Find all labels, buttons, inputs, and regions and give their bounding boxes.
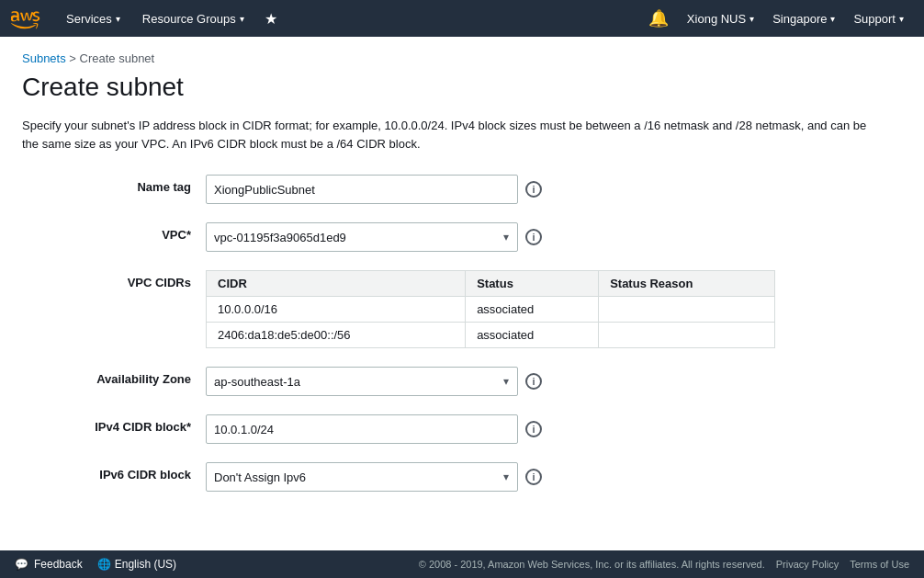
support-caret: ▾: [899, 14, 904, 24]
vpc-control: vpc-01195f3a9065d1ed9 ▾ i: [206, 222, 887, 252]
privacy-policy-link[interactable]: Privacy Policy: [776, 559, 839, 570]
az-select-wrap: ap-southeast-1a ▾: [206, 367, 518, 396]
vpc-cidrs-label: VPC CIDRs: [22, 270, 206, 289]
ipv4-cidr-info-icon[interactable]: i: [525, 421, 542, 437]
feedback-bubble-icon: 💬: [15, 558, 28, 571]
cidr-col-header: CIDR: [207, 271, 466, 297]
az-label: Availability Zone: [22, 367, 206, 386]
az-control: ap-southeast-1a ▾ i: [206, 367, 887, 396]
cidr-row-1: 10.0.0.0/16 associated: [207, 297, 775, 323]
feedback-button[interactable]: 💬 Feedback: [15, 558, 83, 571]
breadcrumb: Subnets > Create subnet: [22, 51, 887, 65]
user-caret: ▾: [749, 14, 754, 24]
resource-groups-caret: ▾: [240, 14, 244, 24]
ipv6-cidr-row: IPv6 CIDR block Don't Assign Ipv6 ▾ i: [22, 462, 887, 492]
status-reason-1: [599, 297, 775, 323]
footer-copyright: © 2008 - 2019, Amazon Web Services, Inc.…: [419, 559, 765, 570]
page-content: Subnets > Create subnet Create subnet Sp…: [0, 37, 909, 578]
name-tag-row: Name tag i: [22, 175, 887, 204]
footer: 💬 Feedback 🌐 English (US) © 2008 - 2019,…: [0, 550, 924, 578]
status-reason-col-header: Status Reason: [599, 271, 775, 297]
bookmarks-icon[interactable]: ★: [257, 10, 285, 28]
resource-groups-nav[interactable]: Resource Groups ▾: [133, 0, 254, 37]
language-selector[interactable]: 🌐 English (US): [97, 558, 176, 571]
page-description: Specify your subnet's IP address block i…: [22, 117, 885, 153]
breadcrumb-current: Create subnet: [80, 51, 155, 65]
notifications-bell-icon[interactable]: 🔔: [639, 8, 678, 28]
az-select[interactable]: ap-southeast-1a: [206, 367, 518, 396]
vpc-cidrs-row: VPC CIDRs CIDR Status Status Reason 10.0…: [22, 270, 887, 348]
vpc-select[interactable]: vpc-01195f3a9065d1ed9: [206, 222, 518, 252]
support-menu[interactable]: Support ▾: [844, 0, 913, 37]
ipv6-cidr-control: Don't Assign Ipv6 ▾ i: [206, 462, 887, 492]
aws-logo[interactable]: [11, 7, 46, 29]
cidr-table-wrap: CIDR Status Status Reason 10.0.0.0/16 as…: [206, 270, 887, 348]
status-reason-2: [599, 323, 775, 348]
services-caret: ▾: [116, 14, 120, 24]
ipv6-cidr-label: IPv6 CIDR block: [22, 462, 206, 482]
vpc-label: VPC*: [22, 222, 206, 242]
name-tag-label: Name tag: [22, 175, 206, 194]
vpc-info-icon[interactable]: i: [525, 229, 542, 245]
vpc-row: VPC* vpc-01195f3a9065d1ed9 ▾ i: [22, 222, 887, 252]
terms-of-use-link[interactable]: Terms of Use: [850, 559, 909, 570]
vpc-select-wrap: vpc-01195f3a9065d1ed9 ▾: [206, 222, 518, 252]
cidr-value-1: 10.0.0.0/16: [207, 297, 466, 323]
status-value-2: associated: [466, 323, 599, 348]
ipv6-select[interactable]: Don't Assign Ipv6: [206, 462, 518, 492]
ipv4-cidr-row: IPv4 CIDR block* i: [22, 414, 887, 444]
ipv4-cidr-input[interactable]: [206, 414, 518, 444]
az-row: Availability Zone ap-southeast-1a ▾ i: [22, 367, 887, 396]
name-tag-input[interactable]: [206, 175, 518, 204]
ipv6-select-wrap: Don't Assign Ipv6 ▾: [206, 462, 518, 492]
footer-links: Privacy Policy Terms of Use: [776, 559, 909, 570]
ipv4-cidr-control: i: [206, 414, 887, 444]
name-tag-info-icon[interactable]: i: [525, 181, 542, 198]
status-col-header: Status: [466, 271, 599, 297]
cidr-table: CIDR Status Status Reason 10.0.0.0/16 as…: [206, 270, 775, 348]
breadcrumb-parent[interactable]: Subnets: [22, 51, 66, 65]
page-title: Create subnet: [22, 73, 887, 102]
services-nav[interactable]: Services ▾: [57, 0, 130, 37]
top-nav: Services ▾ Resource Groups ▾ ★ 🔔 Xiong N…: [0, 0, 924, 37]
name-tag-control: i: [206, 175, 887, 204]
region-caret: ▾: [830, 14, 835, 24]
user-menu[interactable]: Xiong NUS ▾: [678, 0, 763, 37]
region-menu[interactable]: Singapore ▾: [763, 0, 844, 37]
ipv6-cidr-info-icon[interactable]: i: [525, 469, 542, 485]
ipv4-cidr-label: IPv4 CIDR block*: [22, 414, 206, 434]
page-scroll[interactable]: Subnets > Create subnet Create subnet Sp…: [0, 37, 924, 578]
globe-icon: 🌐: [97, 558, 111, 571]
nav-right: 🔔 Xiong NUS ▾ Singapore ▾ Support ▾: [639, 0, 913, 37]
status-value-1: associated: [466, 297, 599, 323]
cidr-value-2: 2406:da18:de5:de00::/56: [207, 323, 466, 348]
breadcrumb-separator: >: [69, 51, 79, 65]
az-info-icon[interactable]: i: [525, 373, 542, 390]
cidr-row-2: 2406:da18:de5:de00::/56 associated: [207, 323, 775, 348]
